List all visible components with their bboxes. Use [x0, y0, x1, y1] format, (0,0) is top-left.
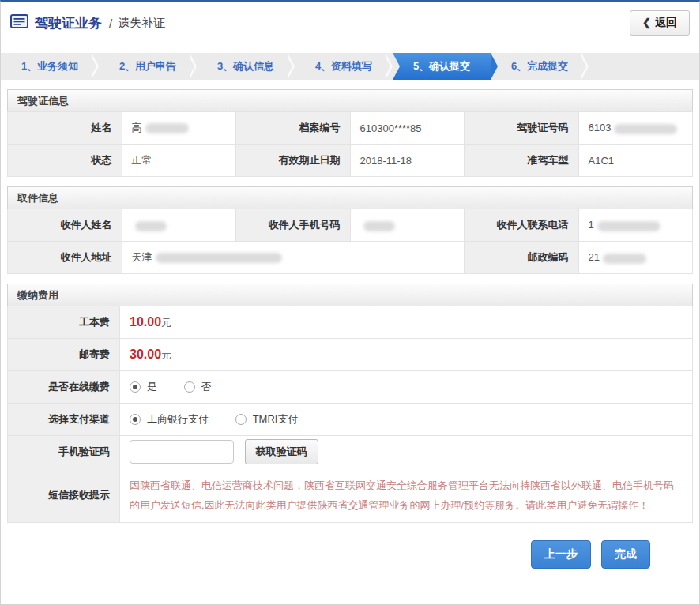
table-row: 状态 正常 有效期止日期 2018-11-18 准驾车型 A1C1: [8, 145, 693, 177]
name-value: 高: [122, 112, 236, 145]
sms-notice-cell: 因陕西省联通、电信运营商技术问题，陕西省互联网交通安全综合服务管理平台无法向持陕…: [120, 468, 693, 523]
table-row: 收件人姓名 收件人手机号码 收件人联系电话 1: [8, 209, 693, 242]
sms-notice-text: 因陕西省联通、电信运营商技术问题，陕西省互联网交通安全综合服务管理平台无法向持陕…: [130, 475, 683, 515]
recipient-address-label: 收件人地址: [8, 242, 122, 274]
radio-dot-icon: [130, 414, 141, 425]
finish-button[interactable]: 完成: [601, 540, 650, 569]
breadcrumb-separator: /: [109, 17, 112, 30]
expiry-label: 有效期止日期: [236, 145, 351, 177]
status-label: 状态: [8, 145, 122, 177]
radio-label: 是: [147, 380, 157, 394]
post-fee-amount: 30.00: [130, 348, 161, 361]
sms-code-input[interactable]: [130, 440, 234, 464]
license-info-section: 驾驶证信息 姓名 高 档案编号 610300****85 驾驶证号码 6103 …: [7, 89, 693, 177]
breadcrumb-current: 遗失补证: [118, 16, 165, 31]
fees-section-title: 缴纳费用: [7, 284, 693, 306]
radio-label: TMRI支付: [253, 412, 299, 427]
table-row: 选择支付渠道 工商银行支付 TMRI支付: [8, 404, 693, 436]
table-row: 姓名 高 档案编号 610300****85 驾驶证号码 6103: [8, 112, 693, 145]
pay-online-label: 是否在线缴费: [8, 371, 120, 404]
redaction-blur: [614, 124, 677, 134]
sms-code-cell: 获取验证码: [120, 436, 693, 468]
redaction-blur: [597, 221, 660, 231]
work-fee-unit: 元: [161, 317, 171, 329]
work-fee-amount: 10.00: [130, 315, 161, 329]
work-fee-label: 工本费: [8, 306, 120, 339]
chevron-left-icon: ❮: [642, 17, 651, 28]
redaction-blur: [135, 221, 167, 231]
vehicle-class-value: A1C1: [578, 145, 693, 177]
pay-channel-options: 工商银行支付 TMRI支付: [120, 404, 693, 436]
back-button[interactable]: ❮返回: [630, 10, 690, 36]
pay-channel-label: 选择支付渠道: [8, 404, 120, 436]
table-row: 邮寄费 30.00元: [8, 339, 693, 371]
recipient-name-value: [122, 209, 236, 242]
back-button-label: 返回: [655, 16, 677, 28]
table-row: 短信接收提示 因陕西省联通、电信运营商技术问题，陕西省互联网交通安全综合服务管理…: [8, 468, 693, 523]
step-5-confirm-submit-active: 5、确认提交: [393, 53, 491, 80]
footer-actions: 上一步 完成: [1, 523, 699, 569]
radio-dot-icon: [130, 381, 141, 393]
recipient-phone-value: 1: [578, 209, 693, 242]
redaction-blur: [363, 221, 395, 231]
status-value: 正常: [122, 145, 236, 177]
pickup-info-table: 收件人姓名 收件人手机号码 收件人联系电话 1 收件人地址 天津 邮政编码 21: [7, 209, 693, 274]
step-1-business-notice: 1、业务须知: [1, 53, 99, 80]
work-fee-value: 10.00元: [120, 306, 693, 339]
previous-step-button[interactable]: 上一步: [531, 540, 591, 569]
radio-channel-icbc[interactable]: 工商银行支付: [130, 412, 209, 427]
wizard-steps: 1、业务须知 2、用户申告 3、确认信息 4、资料填写 5、确认提交 6、完成提…: [1, 53, 699, 80]
steps-filler: [589, 53, 699, 80]
license-no-value: 6103: [578, 112, 693, 145]
recipient-mobile-value: [350, 209, 465, 242]
post-fee-label: 邮寄费: [8, 339, 120, 371]
file-no-label: 档案编号: [236, 112, 351, 145]
vehicle-class-label: 准驾车型: [465, 145, 579, 177]
page-container: 驾驶证业务 / 遗失补证 ❮返回 1、业务须知 2、用户申告 3、确认信息 4、…: [0, 0, 700, 605]
expiry-value: 2018-11-18: [350, 145, 465, 177]
redaction-blur: [156, 253, 282, 263]
recipient-phone-label: 收件人联系电话: [465, 209, 579, 242]
radio-dot-icon: [235, 414, 247, 425]
fees-section: 缴纳费用 工本费 10.00元 邮寄费 30.00元 是否在线缴费 是 否 选择…: [7, 284, 693, 523]
form-list-icon: [10, 14, 28, 32]
license-info-table: 姓名 高 档案编号 610300****85 驾驶证号码 6103 状态 正常 …: [7, 111, 693, 177]
license-section-title: 驾驶证信息: [7, 89, 693, 112]
redaction-blur: [145, 123, 189, 133]
radio-pay-online-no[interactable]: 否: [184, 380, 212, 394]
radio-pay-online-yes[interactable]: 是: [130, 380, 157, 394]
postcode-label: 邮政编码: [465, 242, 579, 274]
step-4-fill-data: 4、资料填写: [295, 53, 393, 80]
radio-label: 工商银行支付: [147, 412, 209, 427]
radio-dot-icon: [184, 381, 195, 393]
table-row: 手机验证码 获取验证码: [8, 436, 693, 468]
step-6-complete-submit: 6、完成提交: [491, 53, 589, 80]
radio-channel-tmri[interactable]: TMRI支付: [235, 412, 299, 427]
table-row: 工本费 10.00元: [8, 306, 693, 339]
step-3-confirm-info: 3、确认信息: [197, 53, 295, 80]
file-no-value: 610300****85: [350, 112, 465, 145]
page-header: 驾驶证业务 / 遗失补证 ❮返回: [1, 2, 699, 43]
pickup-section-title: 取件信息: [7, 186, 693, 209]
pay-online-options: 是 否: [120, 371, 693, 404]
sms-notice-label: 短信接收提示: [8, 468, 120, 523]
get-sms-code-button[interactable]: 获取验证码: [245, 439, 318, 464]
step-2-user-declaration: 2、用户申告: [99, 53, 197, 80]
recipient-mobile-label: 收件人手机号码: [236, 209, 351, 242]
license-no-label: 驾驶证号码: [465, 112, 579, 145]
fees-table: 工本费 10.00元 邮寄费 30.00元 是否在线缴费 是 否 选择支付渠道 …: [7, 306, 693, 523]
post-fee-unit: 元: [161, 349, 171, 361]
page-title: 驾驶证业务: [35, 14, 102, 32]
postcode-value: 21: [578, 242, 693, 274]
redaction-blur: [603, 254, 646, 264]
radio-label: 否: [201, 380, 212, 394]
recipient-name-label: 收件人姓名: [8, 209, 122, 242]
table-row: 收件人地址 天津 邮政编码 21: [8, 242, 693, 274]
sms-code-label: 手机验证码: [8, 436, 120, 468]
table-row: 是否在线缴费 是 否: [8, 371, 693, 404]
post-fee-value: 30.00元: [120, 339, 693, 371]
pickup-info-section: 取件信息 收件人姓名 收件人手机号码 收件人联系电话 1 收件人地址 天津 邮政…: [7, 186, 693, 274]
recipient-address-value: 天津: [122, 242, 465, 274]
name-label: 姓名: [8, 112, 122, 145]
